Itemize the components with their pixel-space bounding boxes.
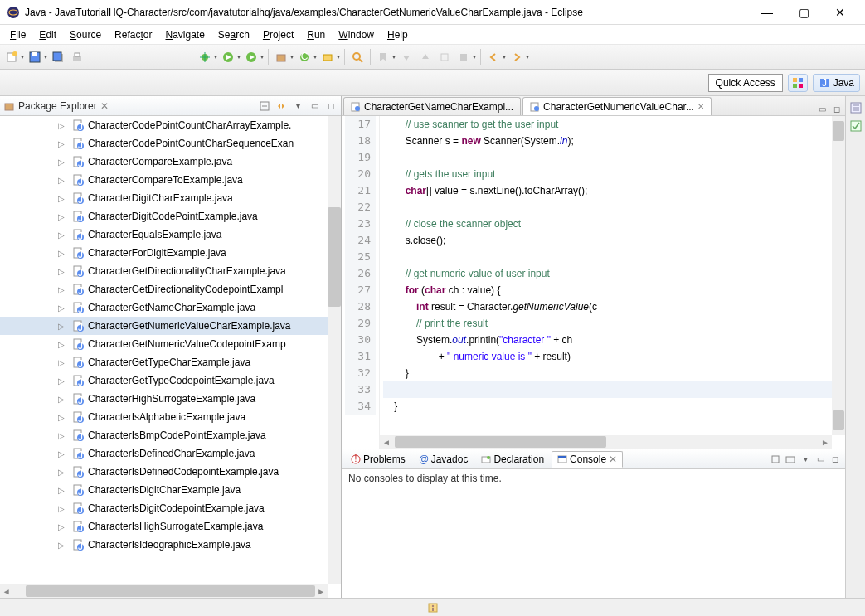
svg-text:J: J bbox=[822, 77, 827, 89]
tree-item[interactable]: ▷JCharacterIsBmpCodePointExample.java bbox=[0, 426, 328, 444]
editor-tab-label: CharacterGetNameCharExampl... bbox=[364, 101, 513, 113]
maximize-editor-button[interactable]: ◻ bbox=[830, 102, 843, 115]
editor-hscroll[interactable]: ◄► bbox=[380, 435, 832, 449]
open-type-button[interactable] bbox=[319, 49, 336, 65]
bottom-tab-declaration[interactable]: Declaration bbox=[475, 451, 550, 468]
editor-tab[interactable]: CharacterGetNameCharExampl... bbox=[343, 97, 521, 115]
tree-item[interactable]: ▷JCharacterGetNumericValueCodepointExamp bbox=[0, 335, 328, 353]
tree-item[interactable]: ▷JCharacterForDigitExample.java bbox=[0, 244, 328, 262]
back-button[interactable] bbox=[485, 49, 502, 65]
java-perspective-button[interactable]: J Java bbox=[813, 74, 860, 92]
maximize-view-button[interactable]: ◻ bbox=[324, 99, 338, 113]
package-tree[interactable]: ▷JCharacterCodePointCountCharArrayExampl… bbox=[0, 116, 341, 598]
editor-vscroll[interactable] bbox=[832, 116, 845, 435]
menu-project[interactable]: Project bbox=[256, 27, 300, 42]
tree-item[interactable]: ▷JCharacterGetDirectionalityCodepointExa… bbox=[0, 280, 328, 298]
tree-item[interactable]: ▷JCharacterGetDirectionalityCharExample.… bbox=[0, 262, 328, 280]
tree-item-label: CharacterGetTypeCodepointExample.java bbox=[88, 375, 275, 386]
new-button[interactable] bbox=[3, 49, 20, 65]
menu-refactor[interactable]: Refactor bbox=[108, 27, 158, 42]
toggle-mark-button[interactable] bbox=[375, 49, 391, 65]
tree-item[interactable]: ▷JCharacterDigitCharExample.java bbox=[0, 189, 328, 207]
view-menu-button[interactable]: ▾ bbox=[291, 99, 304, 113]
bottom-tab-console[interactable]: Console ✕ bbox=[552, 451, 623, 468]
prev-annotation-button[interactable] bbox=[417, 49, 434, 65]
menu-navigate[interactable]: Navigate bbox=[158, 27, 211, 42]
collapse-all-button[interactable] bbox=[258, 99, 271, 113]
outline-trim-icon[interactable] bbox=[849, 101, 863, 114]
console-display-icon[interactable] bbox=[784, 453, 797, 466]
close-button[interactable]: ✕ bbox=[822, 1, 858, 24]
tree-item[interactable]: ▷JCharacterGetNumericValueCharExample.ja… bbox=[0, 317, 328, 335]
tree-item[interactable]: ▷JCharacterGetTypeCodepointExample.java bbox=[0, 371, 328, 390]
svg-text:J: J bbox=[78, 322, 83, 332]
menu-help[interactable]: Help bbox=[381, 27, 415, 42]
tree-item[interactable]: ▷JCharacterIsHighSurrogateExample.java bbox=[0, 517, 328, 536]
open-perspective-button[interactable] bbox=[788, 74, 808, 92]
debug-button[interactable] bbox=[197, 49, 213, 65]
tree-item[interactable]: ▷JCharacterIsAlphabeticExample.java bbox=[0, 408, 328, 426]
tree-item[interactable]: ▷JCharacterIsDefinedCodepointExample.jav… bbox=[0, 463, 328, 481]
tree-item-label: CharacterDigitCharExample.java bbox=[88, 192, 233, 204]
quick-access-input[interactable]: Quick Access bbox=[708, 74, 783, 92]
console-pin-icon[interactable] bbox=[769, 453, 782, 466]
tree-item[interactable]: ▷JCharacterGetNameCharExample.java bbox=[0, 298, 328, 317]
svg-text:J: J bbox=[78, 139, 83, 149]
minimize-button[interactable]: — bbox=[749, 1, 785, 24]
menu-edit[interactable]: Edit bbox=[32, 27, 63, 42]
tree-vscroll[interactable] bbox=[328, 116, 341, 584]
svg-text:J: J bbox=[78, 340, 83, 350]
bottom-tab-javadoc[interactable]: @Javadoc bbox=[413, 451, 474, 468]
print-button[interactable] bbox=[69, 49, 85, 65]
tree-item[interactable]: ▷JCharacterDigitCodePointExample.java bbox=[0, 207, 328, 226]
console-min-icon[interactable]: ▭ bbox=[814, 453, 827, 466]
forward-button[interactable] bbox=[508, 49, 525, 65]
run-last-button[interactable] bbox=[243, 49, 260, 65]
svg-text:J: J bbox=[78, 486, 83, 496]
tree-item[interactable]: ▷JCharacterIsIdeographicExample.java bbox=[0, 536, 328, 554]
code-line bbox=[383, 381, 845, 398]
link-editor-button[interactable] bbox=[275, 99, 288, 113]
console-max-icon[interactable]: ◻ bbox=[829, 453, 842, 466]
close-tab-icon[interactable]: ✕ bbox=[697, 102, 704, 111]
show-whitespace-button[interactable] bbox=[436, 49, 453, 65]
task-list-trim-icon[interactable] bbox=[849, 119, 863, 133]
tree-item[interactable]: ▷JCharacterGetTypeCharExample.java bbox=[0, 353, 328, 371]
run-button[interactable] bbox=[220, 49, 236, 65]
save-all-button[interactable] bbox=[50, 49, 66, 65]
new-class-button[interactable]: C bbox=[296, 49, 313, 65]
code-area[interactable]: // use scanner to get the user input Sca… bbox=[380, 116, 845, 449]
menu-file[interactable]: File bbox=[3, 27, 32, 42]
console-open-icon[interactable]: ▾ bbox=[799, 453, 812, 466]
minimize-view-button[interactable]: ▭ bbox=[308, 99, 321, 113]
search-button[interactable] bbox=[349, 49, 366, 65]
tree-item[interactable]: ▷JCharacterEqualsExample.java bbox=[0, 226, 328, 244]
eclipse-icon bbox=[7, 6, 20, 19]
tree-item[interactable]: ▷JCharacterCodePointCountCharArrayExampl… bbox=[0, 116, 328, 134]
tree-item[interactable]: ▷JCharacterIsDigitCodepointExample.java bbox=[0, 499, 328, 517]
tree-item[interactable]: ▷JCharacterCompareToExample.java bbox=[0, 171, 328, 189]
menu-run[interactable]: Run bbox=[300, 27, 332, 42]
maximize-button[interactable]: ▢ bbox=[785, 1, 822, 24]
code-editor[interactable]: 171819202122232425262728293031323334 // … bbox=[342, 116, 845, 449]
menu-window[interactable]: Window bbox=[332, 27, 381, 42]
new-package-button[interactable] bbox=[273, 49, 289, 65]
tip-icon[interactable] bbox=[426, 601, 440, 614]
menu-search[interactable]: Search bbox=[211, 27, 256, 42]
bottom-tab-problems[interactable]: !Problems bbox=[345, 451, 411, 468]
tree-item[interactable]: ▷JCharacterIsDefinedCharExample.java bbox=[0, 444, 328, 463]
tree-item[interactable]: ▷JCharacterIsDigitCharExample.java bbox=[0, 481, 328, 499]
tree-hscroll[interactable]: ◄ ► bbox=[0, 584, 328, 598]
tree-item-label: CharacterGetDirectionalityCharExample.ja… bbox=[88, 265, 286, 277]
next-annotation-button[interactable] bbox=[398, 49, 415, 65]
editor-tab[interactable]: CharacterGetNumericValueChar...✕ bbox=[522, 97, 712, 115]
pin-editor-button[interactable] bbox=[455, 49, 472, 65]
tree-item[interactable]: ▷JCharacterCompareExample.java bbox=[0, 153, 328, 171]
menu-source[interactable]: Source bbox=[63, 27, 108, 42]
save-button[interactable] bbox=[27, 49, 43, 65]
tree-item[interactable]: ▷JCharacterHighSurrogateExample.java bbox=[0, 390, 328, 408]
svg-rect-118 bbox=[786, 457, 795, 463]
minimize-editor-button[interactable]: ▭ bbox=[815, 102, 829, 115]
svg-text:J: J bbox=[78, 158, 83, 167]
tree-item[interactable]: ▷JCharacterCodePointCountCharSequenceExa… bbox=[0, 134, 328, 153]
